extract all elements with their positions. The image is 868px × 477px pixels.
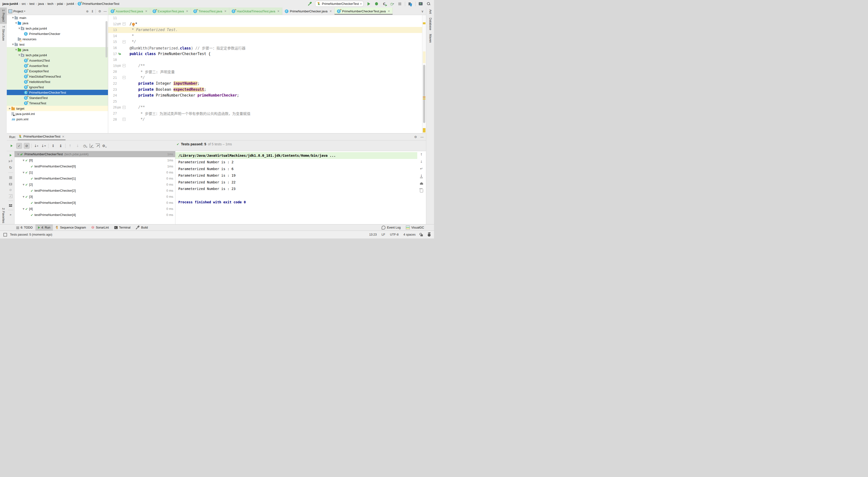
tree-item[interactable]: resources: [7, 36, 108, 42]
build-hammer-icon[interactable]: [307, 1, 313, 6]
tree-expand-icon[interactable]: ▼: [17, 153, 20, 155]
tree-item[interactable]: CAssertionTest: [7, 63, 108, 68]
tree-item[interactable]: CPrimeNumberCheckerTest: [7, 90, 108, 95]
close-tab-icon[interactable]: ×: [277, 9, 280, 13]
tree-item[interactable]: CPrimeNumberChecker: [7, 31, 108, 36]
code-line[interactable]: 20 * 步骤二: 声明变量: [108, 69, 422, 75]
test-row[interactable]: ▼✔[4]0 ms: [14, 206, 175, 212]
project-panel-title[interactable]: Project ▾: [8, 9, 25, 13]
sort-alphabetically-icon[interactable]: ↓a: [33, 143, 39, 149]
editor-scrollbar-thumb[interactable]: [423, 65, 425, 123]
tree-item[interactable]: CTimeoutTest: [7, 100, 108, 106]
tree-item[interactable]: ▼main: [7, 15, 108, 20]
rerun-tests-button[interactable]: [9, 143, 14, 149]
editor-tab[interactable]: CPrimeNumberCheckerTest.java×: [335, 7, 393, 15]
code-line[interactable]: 25: [108, 98, 422, 105]
tool-window-button-event-log[interactable]: Event Log: [379, 225, 403, 231]
code-editor[interactable]: 1112−/*13 * Parameterized Test.14 *15− *…: [108, 15, 422, 133]
console-line[interactable]: Parameterized Number is : 22: [176, 179, 417, 186]
more-icons-chevron[interactable]: »: [10, 213, 12, 216]
code-line[interactable]: 18: [108, 57, 422, 63]
test-passed-run-icon[interactable]: ↻: [118, 52, 121, 55]
tool-strip-item-maven[interactable]: Maven: [426, 32, 434, 44]
breadcrumb-item[interactable]: java: [38, 2, 44, 6]
tool-window-button-visualgc[interactable]: VisualGC: [403, 225, 427, 231]
toggle-auto-test-icon[interactable]: ↻: [9, 166, 12, 170]
breadcrumb-item[interactable]: src: [22, 2, 26, 6]
tree-item[interactable]: ▼test: [7, 42, 108, 47]
test-row[interactable]: ✔testPrimeNumberChecker[2]0 ms: [14, 187, 175, 193]
code-line[interactable]: 26− /**: [108, 104, 422, 110]
scroll-to-end-icon[interactable]: ↓: [420, 174, 423, 178]
tree-item[interactable]: ▼java: [7, 47, 108, 52]
tree-item[interactable]: ▶target: [7, 106, 108, 111]
console-line[interactable]: Parameterized Number is : 2: [176, 159, 417, 166]
tree-item[interactable]: CStandardTest: [7, 95, 108, 100]
editor-tab[interactable]: CPrimeNumberChecker.java×: [282, 7, 335, 15]
status-message[interactable]: Tests passed: 5 (moments ago): [10, 233, 52, 236]
tree-item[interactable]: CHasGlobalTimeoutTest: [7, 74, 108, 79]
tool-strip-item-ant[interactable]: Ant: [426, 7, 434, 16]
close-icon[interactable]: ×: [62, 135, 65, 138]
fold-marker-icon[interactable]: −: [123, 76, 126, 79]
close-tab-icon[interactable]: ×: [330, 9, 332, 13]
breadcrumb-item[interactable]: test: [29, 2, 34, 6]
console-line[interactable]: Parameterized Number is : 23: [176, 186, 417, 192]
highlighting-level-icon[interactable]: [428, 233, 431, 236]
code-line[interactable]: 17↻public class PrimeNumberCheckerTest {: [108, 51, 422, 57]
code-line[interactable]: 11: [108, 15, 422, 21]
debug-button[interactable]: [374, 1, 379, 6]
code-line[interactable]: 28− */: [108, 116, 422, 122]
coverage-button[interactable]: C: [381, 1, 387, 6]
tree-item[interactable]: CExceptionTest: [7, 68, 108, 74]
close-tab-icon[interactable]: ×: [186, 9, 188, 13]
collapse-all-icon[interactable]: ↨: [91, 9, 93, 13]
fold-marker-icon[interactable]: −: [123, 40, 126, 43]
console-line[interactable]: /Library/Java/JavaVirtualMachines/jdk1.8…: [176, 152, 417, 159]
tree-expand-icon[interactable]: ▼: [22, 196, 25, 198]
breadcrumb-item[interactable]: java-junit4: [2, 2, 18, 6]
editor-tab[interactable]: CHasGlobalTimeoutTest.java×: [229, 7, 282, 15]
intention-bulb-icon[interactable]: [132, 23, 135, 26]
hidden-tabs-chevron-icon[interactable]: ∨: [419, 9, 426, 13]
tree-item[interactable]: ▼java: [7, 20, 108, 26]
tool-window-button-4-run[interactable]: 4: Run: [35, 225, 53, 231]
code-line[interactable]: 13 * Parameterized Test.: [108, 27, 422, 33]
close-tab-icon[interactable]: ×: [224, 9, 226, 13]
code-line[interactable]: 22 private Integer inputNumber;: [108, 81, 422, 87]
tree-expand-icon[interactable]: ▼: [22, 159, 25, 161]
tree-item[interactable]: mpom.xml: [7, 116, 108, 122]
caret-position[interactable]: 13:23: [369, 233, 377, 236]
breadcrumb-file[interactable]: PrimeNumberCheckerTest: [82, 2, 119, 6]
test-row[interactable]: ✔testPrimeNumberChecker[1]0 ms: [14, 175, 175, 181]
breadcrumb-item[interactable]: junit4: [67, 2, 74, 6]
run-configuration-select[interactable]: PrimeNumberCheckerTest ▾: [315, 1, 364, 7]
print-icon[interactable]: [420, 181, 423, 185]
editor-tab[interactable]: CExceptionTest.java×: [150, 7, 191, 15]
indent-setting[interactable]: 4 spaces: [403, 233, 415, 236]
fold-marker-icon[interactable]: −: [123, 22, 126, 26]
export-test-results-icon[interactable]: ↗: [96, 144, 100, 148]
code-line[interactable]: 16@RunWith(Parameterized.class) // 步骤一：指…: [108, 45, 422, 51]
project-structure-icon[interactable]: [408, 1, 413, 6]
close-tab-icon[interactable]: ×: [145, 9, 148, 13]
search-everywhere-icon[interactable]: [426, 1, 431, 6]
tool-strip-item-database[interactable]: Database: [426, 16, 434, 32]
sort-by-duration-icon[interactable]: ↓≡: [41, 143, 46, 149]
tree-expand-icon[interactable]: ▼: [14, 22, 18, 24]
soft-wrap-icon[interactable]: ↵: [420, 167, 423, 171]
fold-marker-icon[interactable]: −: [123, 118, 126, 121]
file-encoding[interactable]: UTF-8: [390, 233, 399, 236]
scroll-down-icon[interactable]: ↓: [420, 160, 423, 163]
tree-item[interactable]: java-junit4.iml: [7, 111, 108, 116]
run-console[interactable]: /Library/Java/JavaVirtualMachines/jdk1.8…: [175, 151, 417, 225]
tool-window-button-build[interactable]: Build: [133, 225, 151, 231]
code-line[interactable]: 24 private PrimeNumberChecker primeNumbe…: [108, 92, 422, 98]
tree-expand-icon[interactable]: ▼: [11, 17, 14, 19]
restore-layout-icon[interactable]: [9, 204, 12, 207]
gear-icon[interactable]: ⚙: [414, 135, 417, 139]
rerun-button[interactable]: [10, 153, 12, 157]
test-row[interactable]: ▼✔[0]1ms: [14, 157, 175, 163]
tree-item[interactable]: CHelloWorldTest: [7, 79, 108, 84]
code-line[interactable]: 27 * 步骤三：为测试类声明一个带有参数的公共构造函数，为变量赋值: [108, 110, 422, 116]
